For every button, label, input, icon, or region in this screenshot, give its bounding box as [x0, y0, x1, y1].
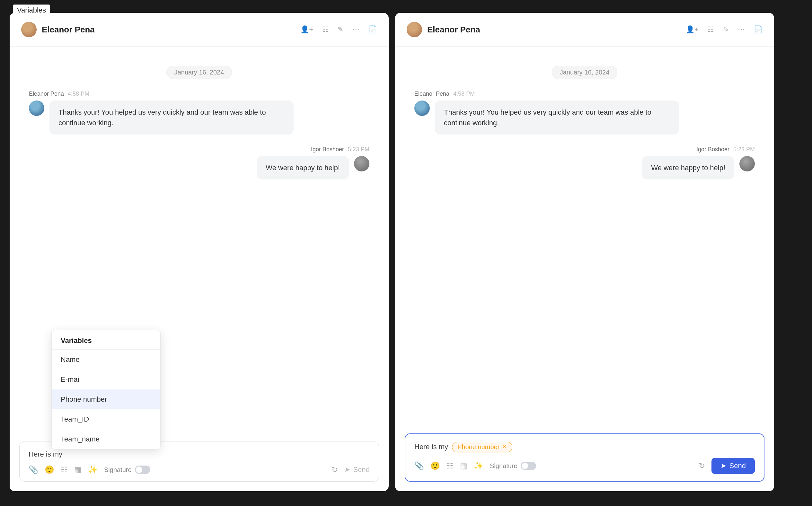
dropdown-item-email[interactable]: E-mail: [52, 369, 160, 390]
message-meta-1: Eleanor Pena 4:58 PM: [29, 91, 370, 97]
message-sender-2: Igor Boshoer: [311, 146, 344, 153]
contact-name: Eleanor Pena: [42, 25, 300, 35]
right-composer-text-area: Here is my Phone number ✕: [414, 441, 755, 453]
right-canned-response-icon[interactable]: ☷: [446, 461, 454, 471]
more-icon[interactable]: ⋯: [352, 25, 359, 34]
right-toggle-knob: [521, 462, 528, 469]
right-emoji-icon[interactable]: 🙂: [430, 461, 440, 471]
add-person-icon[interactable]: 👤+: [300, 25, 313, 34]
right-more-icon[interactable]: ⋯: [738, 25, 745, 34]
right-message-sender-2: Igor Boshoer: [697, 146, 729, 153]
right-panel: Eleanor Pena 👤+ ☷ ✎ ⋯ 📄 January 16, 2024…: [395, 13, 774, 491]
right-chat-area: January 16, 2024 Eleanor Pena 4:58 PM Th…: [395, 47, 774, 427]
right-composer-wrapper: Here is my Phone number ✕ 📎 🙂 ☷ ▦ ✨ Sign…: [395, 427, 774, 491]
right-history-icon[interactable]: ↻: [699, 461, 705, 471]
dropdown-item-name[interactable]: Name: [52, 350, 160, 369]
emoji-icon[interactable]: 🙂: [45, 465, 54, 474]
variables-dropdown: Variables Name E-mail Phone number Team_…: [52, 330, 161, 449]
right-send-button[interactable]: ➤ Send: [712, 458, 755, 474]
composer-prefix-text: Here is my: [28, 450, 62, 458]
right-sender-avatar-1: [414, 100, 430, 116]
right-send-label: Send: [729, 462, 746, 470]
right-message-group-2: Igor Boshoer 5:23 PM We were happy to he…: [414, 146, 755, 179]
magic-icon[interactable]: ✨: [88, 465, 98, 474]
variable-tag-label: Phone number: [458, 443, 499, 451]
send-icon: ➤: [344, 466, 350, 474]
right-panel-header: Eleanor Pena 👤+ ☷ ✎ ⋯ 📄: [395, 13, 774, 47]
date-divider: January 16, 2024: [29, 66, 370, 79]
right-header-actions: 👤+ ☷ ✎ ⋯ 📄: [686, 25, 762, 34]
attachment-icon[interactable]: 📎: [28, 465, 38, 474]
dropdown-title: Variables: [52, 330, 160, 350]
toggle-knob: [136, 467, 142, 473]
right-sender-avatar-2: [739, 156, 755, 171]
message-bubble-2: We were happy to help!: [257, 156, 349, 179]
variable-tag-remove[interactable]: ✕: [502, 443, 507, 450]
message-group-2: Igor Boshoer 5:23 PM We were happy to he…: [29, 146, 370, 179]
right-contact-name: Eleanor Pena: [427, 25, 686, 35]
message-row-1: Thanks your! You helped us very quickly …: [29, 100, 370, 135]
left-panel: Eleanor Pena 👤+ ☷ ✎ ⋯ 📄 January 16, 2024…: [10, 13, 389, 491]
right-file-icon[interactable]: 📄: [754, 25, 762, 34]
dropdown-item-teamid[interactable]: Team_ID: [52, 409, 160, 429]
right-composer[interactable]: Here is my Phone number ✕ 📎 🙂 ☷ ▦ ✨ Sign…: [405, 433, 764, 482]
right-signature-area: Signature: [490, 462, 536, 470]
message-sender-1: Eleanor Pena: [29, 91, 64, 97]
dropdown-item-teamname[interactable]: Team_name: [52, 429, 160, 449]
canned-response-icon[interactable]: ☷: [61, 465, 68, 474]
history-icon[interactable]: ↻: [331, 465, 338, 474]
right-composer-toolbar: 📎 🙂 ☷ ▦ ✨ Signature ↻ ➤ Send: [414, 458, 755, 474]
avatar: [21, 22, 36, 37]
right-message-time-2: 5:23 PM: [733, 146, 755, 153]
right-message-row-1: Thanks your! You helped us very quickly …: [414, 100, 755, 135]
right-composer-prefix-text: Here is my: [414, 443, 448, 451]
left-composer-wrapper: Variables Name E-mail Phone number Team_…: [10, 435, 389, 491]
date-badge: January 16, 2024: [166, 66, 232, 79]
message-time-2: 5:23 PM: [348, 146, 370, 153]
message-group-1: Eleanor Pena 4:58 PM Thanks your! You he…: [29, 91, 370, 135]
message-meta-2: Igor Boshoer 5:23 PM: [29, 146, 370, 153]
message-time-1: 4:58 PM: [68, 91, 89, 97]
signature-label: Signature: [104, 466, 132, 474]
right-send-icon: ➤: [720, 462, 726, 470]
signature-toggle[interactable]: [135, 466, 150, 474]
sender-avatar-2: [354, 156, 370, 171]
right-date-badge: January 16, 2024: [552, 66, 618, 79]
send-button[interactable]: ➤ Send: [344, 466, 370, 474]
composer-text-area: Here is my: [28, 448, 370, 460]
right-avatar: [407, 22, 422, 37]
header-actions: 👤+ ☷ ✎ ⋯ 📄: [300, 25, 377, 34]
edit-icon[interactable]: ✎: [338, 25, 343, 34]
message-bubble-1: Thanks your! You helped us very quickly …: [50, 100, 294, 135]
signature-area: Signature: [104, 466, 150, 474]
right-attachment-icon[interactable]: 📎: [414, 461, 424, 471]
right-message-group-1: Eleanor Pena 4:58 PM Thanks your! You he…: [414, 91, 755, 135]
message-row-2: We were happy to help!: [29, 156, 370, 179]
right-signature-label: Signature: [490, 462, 517, 470]
right-image-icon[interactable]: ▦: [460, 461, 467, 471]
left-panel-header: Eleanor Pena 👤+ ☷ ✎ ⋯ 📄: [10, 13, 389, 47]
right-signature-toggle[interactable]: [521, 462, 536, 470]
sender-avatar-1: [29, 100, 44, 116]
right-add-person-icon[interactable]: 👤+: [686, 25, 699, 34]
image-icon[interactable]: ▦: [74, 465, 82, 474]
right-message-bubble-2: We were happy to help!: [642, 156, 734, 179]
right-date-divider: January 16, 2024: [414, 66, 755, 79]
right-message-bubble-1: Thanks your! You helped us very quickly …: [435, 100, 679, 135]
right-message-time-1: 4:58 PM: [453, 91, 475, 97]
dropdown-item-phone[interactable]: Phone number: [52, 390, 160, 409]
phone-number-tag[interactable]: Phone number ✕: [452, 442, 512, 452]
form-icon[interactable]: ☷: [322, 25, 329, 34]
right-magic-icon[interactable]: ✨: [474, 461, 483, 471]
right-edit-icon[interactable]: ✎: [723, 25, 729, 34]
right-form-icon[interactable]: ☷: [708, 25, 714, 34]
right-message-meta-2: Igor Boshoer 5:23 PM: [414, 146, 755, 153]
right-message-row-2: We were happy to help!: [414, 156, 755, 179]
send-label: Send: [353, 466, 370, 474]
file-icon[interactable]: 📄: [369, 25, 377, 34]
right-message-meta-1: Eleanor Pena 4:58 PM: [414, 91, 755, 97]
left-composer-toolbar: 📎 🙂 ☷ ▦ ✨ Signature ↻ ➤ Send: [28, 465, 370, 474]
right-message-sender-1: Eleanor Pena: [414, 91, 450, 97]
